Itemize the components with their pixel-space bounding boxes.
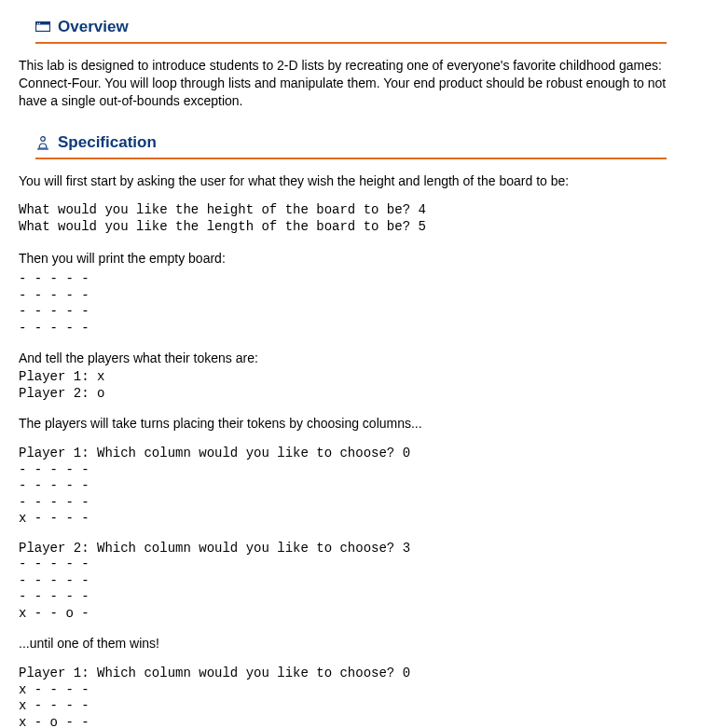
spec-until-win: ...until one of them wins! xyxy=(19,635,683,652)
specification-divider xyxy=(35,158,667,159)
spec-take-turns: The players will take turns placing thei… xyxy=(19,415,683,433)
svg-point-3 xyxy=(39,23,40,24)
spec-turn2: Player 2: Which column would you like to… xyxy=(19,541,683,623)
spec-empty-board: - - - - - - - - - - - - - - - - - - - - xyxy=(19,271,683,337)
document-page: Overview This lab is designed to introdu… xyxy=(0,0,702,728)
spec-prompt-dimensions: What would you like the height of the bo… xyxy=(19,202,683,235)
specification-icon xyxy=(35,135,50,150)
overview-divider xyxy=(35,42,667,44)
svg-point-2 xyxy=(37,23,38,24)
spec-tokens: Player 1: x Player 2: o xyxy=(19,369,683,402)
overview-title: Overview xyxy=(58,17,129,38)
svg-point-4 xyxy=(41,137,46,142)
spec-print-empty-text: Then you will print the empty board: xyxy=(19,250,683,268)
spec-tokens-intro: And tell the players what their tokens a… xyxy=(19,350,683,367)
overview-paragraph: This lab is designed to introduce studen… xyxy=(19,57,683,110)
specification-title: Specification xyxy=(58,132,157,154)
spec-intro: You will first start by asking the user … xyxy=(19,172,683,190)
spec-turn1: Player 1: Which column would you like to… xyxy=(19,446,683,528)
overview-icon xyxy=(35,20,50,34)
spec-final-board: Player 1: Which column would you like to… xyxy=(19,666,683,728)
overview-heading-row: Overview xyxy=(35,17,667,38)
specification-heading-row: Specification xyxy=(35,132,667,154)
